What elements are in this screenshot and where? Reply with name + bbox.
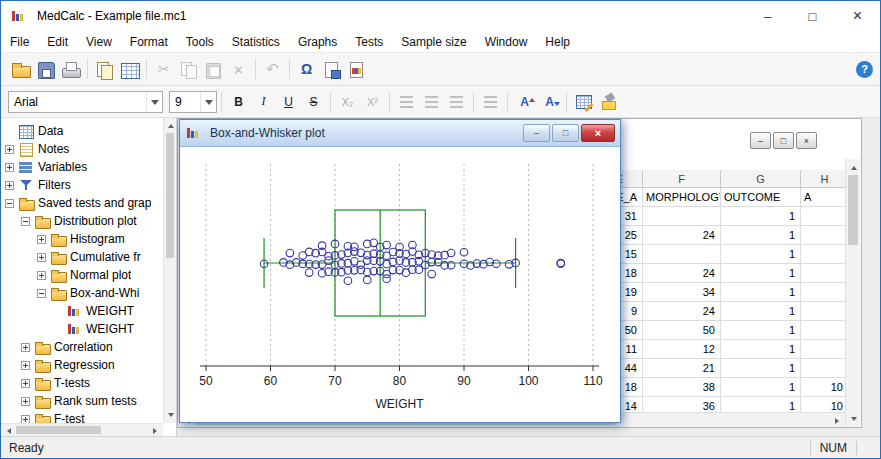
tree-item-box-and-whi[interactable]: Box-and-Whi: [1, 284, 163, 302]
save-icon[interactable]: [33, 58, 58, 81]
menu-item-sample-size[interactable]: Sample size: [392, 32, 475, 52]
tree-item-variables[interactable]: Variables: [1, 158, 163, 176]
minimize-button[interactable]: –: [745, 1, 790, 31]
header-cell[interactable]: MORPHOLOGY: [643, 188, 721, 207]
underline-button[interactable]: U: [277, 91, 300, 113]
column-header-g[interactable]: G: [721, 170, 801, 188]
menu-item-graphs[interactable]: Graphs: [289, 32, 346, 52]
italic-button[interactable]: I: [252, 91, 275, 113]
sheet-vertical-scrollbar[interactable]: [845, 159, 860, 427]
tree-item-distribution-plot[interactable]: Distribution plot: [1, 212, 163, 230]
cell[interactable]: 1: [721, 207, 801, 226]
expand-icon[interactable]: [21, 343, 30, 352]
paste-icon[interactable]: [201, 58, 226, 81]
header-cell[interactable]: A: [801, 188, 849, 207]
tree-item-rank-sum-tests[interactable]: Rank sum tests: [1, 392, 163, 410]
copy-page-icon[interactable]: [92, 58, 117, 81]
cell[interactable]: 38: [643, 378, 721, 397]
cell[interactable]: 1: [721, 359, 801, 378]
scrollbar-thumb[interactable]: [166, 133, 174, 258]
delete-icon[interactable]: ×: [226, 58, 251, 81]
expand-icon[interactable]: [21, 379, 30, 388]
expand-icon[interactable]: [21, 397, 30, 406]
cell[interactable]: 1: [721, 283, 801, 302]
menu-item-edit[interactable]: Edit: [38, 32, 77, 52]
cell[interactable]: 10: [801, 378, 849, 397]
cell[interactable]: 24: [643, 264, 721, 283]
tree-item-regression[interactable]: Regression: [1, 356, 163, 374]
collapse-icon[interactable]: [21, 217, 30, 226]
undo-icon[interactable]: ↶: [260, 58, 285, 81]
cell[interactable]: [801, 245, 849, 264]
menu-item-window[interactable]: Window: [476, 32, 537, 52]
column-header-h[interactable]: H: [801, 170, 849, 188]
cell[interactable]: 1: [721, 264, 801, 283]
menu-item-format[interactable]: Format: [121, 32, 177, 52]
tree-item-data[interactable]: Data: [1, 122, 163, 140]
scroll-right-icon[interactable]: [831, 413, 845, 428]
tree-item-histogram[interactable]: Histogram: [1, 230, 163, 248]
cell[interactable]: 1: [721, 245, 801, 264]
scroll-down-icon[interactable]: [164, 410, 177, 423]
column-header-f[interactable]: F: [643, 170, 721, 188]
header-cell[interactable]: OUTCOME: [721, 188, 801, 207]
cell[interactable]: 12: [643, 340, 721, 359]
boxplot-close-button[interactable]: ×: [581, 124, 615, 142]
cell[interactable]: 34: [643, 283, 721, 302]
tree-item-f-test[interactable]: F-test: [1, 410, 163, 423]
cell[interactable]: [801, 283, 849, 302]
cell[interactable]: 24: [643, 302, 721, 321]
tree-item-notes[interactable]: Notes: [1, 140, 163, 158]
spreadsheet-close-button[interactable]: ×: [796, 132, 817, 149]
print-icon[interactable]: [58, 58, 83, 81]
cell[interactable]: 1: [721, 302, 801, 321]
close-button[interactable]: ×: [835, 1, 880, 31]
boxplot-minimize-button[interactable]: –: [523, 124, 550, 142]
cell[interactable]: 1: [721, 321, 801, 340]
menu-item-help[interactable]: Help: [536, 32, 579, 52]
cell[interactable]: 50: [643, 321, 721, 340]
chevron-down-icon[interactable]: [146, 92, 162, 112]
tree-item-saved-tests-and-grap[interactable]: Saved tests and grap: [1, 194, 163, 212]
tree-item-filters[interactable]: Filters: [1, 176, 163, 194]
expand-icon[interactable]: [37, 253, 46, 262]
font-name-select[interactable]: Arial: [8, 91, 163, 113]
expand-icon[interactable]: [5, 145, 14, 154]
chart-sheet-icon[interactable]: [344, 58, 369, 81]
expand-icon[interactable]: [37, 235, 46, 244]
menu-item-tools[interactable]: Tools: [177, 32, 223, 52]
align-right-button[interactable]: [445, 91, 468, 113]
chevron-down-icon[interactable]: [200, 92, 216, 112]
menu-item-tests[interactable]: Tests: [346, 32, 392, 52]
boxplot-maximize-button[interactable]: □: [552, 124, 579, 142]
cell[interactable]: [643, 245, 721, 264]
expand-icon[interactable]: [21, 361, 30, 370]
menu-item-view[interactable]: View: [77, 32, 121, 52]
cell[interactable]: [801, 207, 849, 226]
scroll-up-icon[interactable]: [164, 118, 177, 131]
font-increase-button[interactable]: A: [513, 91, 536, 113]
expand-icon[interactable]: [5, 181, 14, 190]
align-left-button[interactable]: [395, 91, 418, 113]
tree-item-t-tests[interactable]: T-tests: [1, 374, 163, 392]
copy-icon[interactable]: [176, 58, 201, 81]
sidebar-vertical-scrollbar[interactable]: [163, 118, 176, 423]
spreadsheet-minimize-button[interactable]: –: [750, 132, 771, 149]
cell[interactable]: [801, 340, 849, 359]
bold-button[interactable]: B: [227, 91, 250, 113]
cell[interactable]: [801, 302, 849, 321]
table-icon[interactable]: [117, 58, 142, 81]
omega-icon[interactable]: Ω: [294, 58, 319, 81]
strikethrough-button[interactable]: S: [302, 91, 325, 113]
tree-item-weight[interactable]: WEIGHT: [1, 320, 163, 338]
cell[interactable]: 21: [643, 359, 721, 378]
cell[interactable]: 1: [721, 340, 801, 359]
align-center-button[interactable]: [420, 91, 443, 113]
tree-item-correlation[interactable]: Correlation: [1, 338, 163, 356]
scrollbar-thumb[interactable]: [16, 426, 101, 434]
font-size-select[interactable]: 9: [169, 91, 217, 113]
expand-icon[interactable]: [5, 163, 14, 172]
menu-item-file[interactable]: File: [1, 32, 38, 52]
highlight-button[interactable]: [597, 91, 620, 113]
subscript-button[interactable]: X₂: [336, 91, 359, 113]
